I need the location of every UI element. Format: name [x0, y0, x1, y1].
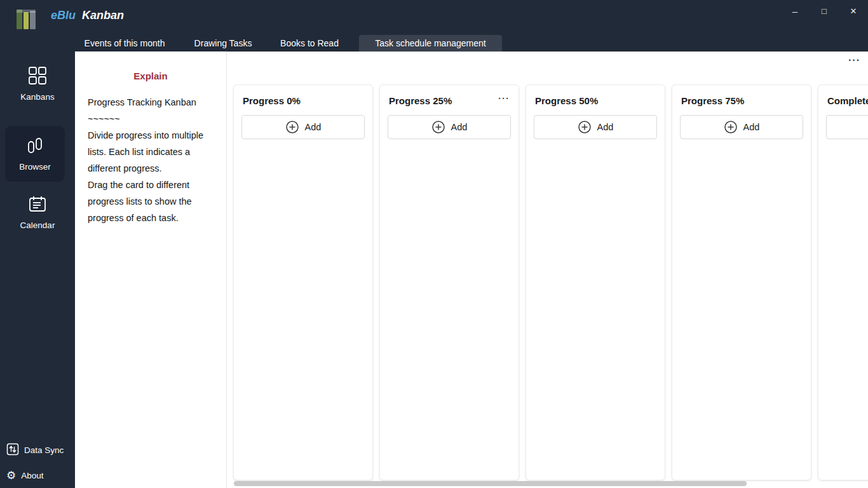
add-button-label: Add — [305, 122, 322, 132]
column-title: Progress 75% — [681, 95, 744, 106]
column-title: Progress 25% — [389, 95, 452, 106]
plus-circle-icon — [578, 120, 592, 134]
app-logo-icon — [11, 5, 39, 33]
minimize-icon: – — [792, 6, 797, 17]
board-menu-icon[interactable]: ··· — [848, 55, 860, 66]
plus-circle-icon — [724, 120, 738, 134]
sidebar-item-label: Browser — [19, 162, 51, 172]
sidebar-item-label: Calendar — [20, 220, 55, 230]
kanban-column-progress-50: Progress 50% Add — [526, 85, 665, 480]
tab-events-of-this-month[interactable]: Events of this month — [75, 35, 174, 51]
add-card-button[interactable]: Add — [388, 115, 511, 139]
sidebar-footer-label: About — [21, 471, 43, 480]
add-button-label: Add — [743, 122, 760, 132]
main-content: Explain Progress Tracking Kanban ~~~~~~ … — [75, 51, 868, 488]
app-name: Kanban — [82, 9, 124, 22]
calendar-icon — [28, 194, 47, 216]
gear-icon: ⚙ — [6, 470, 16, 481]
close-button[interactable]: ✕ — [839, 0, 868, 22]
window-controls: – □ ✕ — [780, 0, 868, 22]
kanbans-grid-icon — [28, 66, 47, 88]
maximize-icon: □ — [822, 6, 827, 16]
scrollbar-thumb[interactable] — [234, 481, 747, 486]
explain-panel: Explain Progress Tracking Kanban ~~~~~~ … — [75, 51, 227, 488]
horizontal-scrollbar — [234, 481, 867, 486]
tab-task-schedule-management[interactable]: Task schedule management — [359, 35, 502, 51]
explain-heading: Explain — [75, 71, 226, 81]
plus-circle-icon — [285, 120, 299, 134]
kanban-column-progress-75: Progress 75% Add — [672, 85, 811, 480]
kanban-board: ··· Progress 0% Add Progress 25% — [227, 51, 868, 488]
add-button-label: Add — [451, 122, 468, 132]
add-card-button[interactable]: Add — [241, 115, 365, 139]
tab-drawing-tasks[interactable]: Drawing Tasks — [179, 35, 268, 51]
sidebar-item-about[interactable]: ⚙ About — [6, 468, 44, 483]
sidebar-item-browser[interactable]: Browser — [5, 126, 65, 182]
explain-text: Progress Tracking Kanban ~~~~~~ Divide p… — [75, 94, 226, 226]
window-title: eBluKanban — [51, 9, 124, 22]
sidebar-item-kanbans[interactable]: Kanbans — [3, 66, 72, 102]
add-card-button[interactable]: Add — [680, 115, 803, 139]
column-menu-icon[interactable]: ··· — [498, 93, 510, 104]
kanban-column-progress-25: Progress 25% ··· Add — [379, 85, 519, 480]
kanban-column-progress-0: Progress 0% Add — [233, 85, 373, 480]
plus-circle-icon — [431, 120, 445, 134]
add-card-button[interactable]: Add — [534, 115, 657, 139]
add-card-button[interactable]: Add — [826, 115, 868, 139]
explain-line: Progress Tracking Kanban — [88, 94, 215, 111]
data-sync-icon — [6, 443, 19, 458]
explain-line: Drag the card to different progress list… — [88, 177, 215, 226]
sidebar-item-data-sync[interactable]: Data Sync — [6, 442, 64, 458]
explain-line: ~~~~~~ — [88, 111, 215, 127]
maximize-button[interactable]: □ — [810, 0, 839, 22]
sidebar-item-label: Kanbans — [20, 92, 54, 102]
add-button-label: Add — [597, 122, 614, 132]
sidebar-footer-label: Data Sync — [24, 445, 64, 455]
close-icon: ✕ — [850, 6, 857, 16]
brand-name: eBlu — [51, 9, 76, 22]
sidebar-item-calendar[interactable]: Calendar — [3, 194, 72, 230]
kanban-column-completed: Completed Add — [818, 85, 868, 480]
browser-board-icon — [25, 136, 44, 158]
column-title: Progress 50% — [535, 95, 598, 106]
minimize-button[interactable]: – — [780, 0, 810, 22]
explain-line: Divide progress into multiple lists. Eac… — [88, 127, 215, 177]
tab-books-to-read[interactable]: Books to Read — [265, 35, 354, 51]
column-title: Completed — [827, 95, 868, 106]
column-title: Progress 0% — [243, 95, 301, 106]
board-columns: Progress 0% Add Progress 25% ··· — [233, 85, 868, 480]
